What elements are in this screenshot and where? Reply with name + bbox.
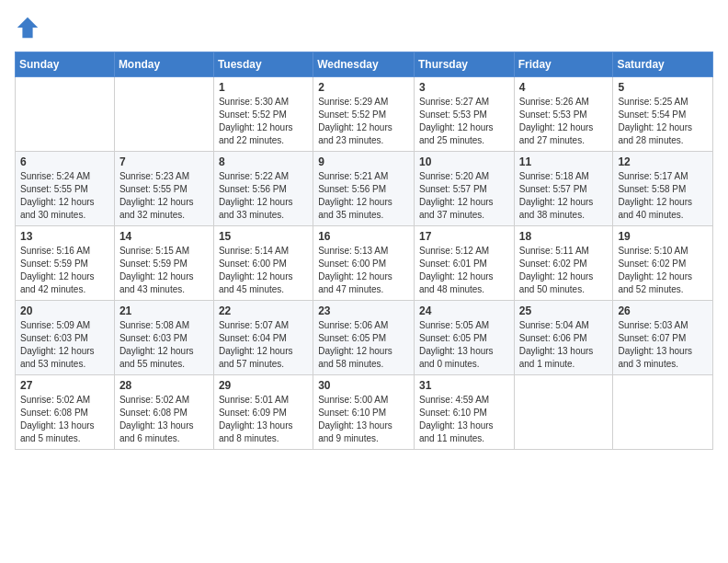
day-number: 2 [318, 81, 409, 94]
day-info: Sunrise: 5:26 AM Sunset: 5:53 PM Dayligh… [519, 96, 609, 147]
day-info: Sunrise: 5:20 AM Sunset: 5:57 PM Dayligh… [419, 170, 509, 222]
calendar-cell: 7Sunrise: 5:23 AM Sunset: 5:55 PM Daylig… [114, 152, 213, 226]
day-info: Sunrise: 5:22 AM Sunset: 5:56 PM Dayligh… [219, 170, 308, 222]
calendar-cell [114, 77, 213, 152]
calendar-cell: 20Sunrise: 5:09 AM Sunset: 6:03 PM Dayli… [16, 301, 115, 375]
calendar-cell [16, 77, 115, 152]
calendar: SundayMondayTuesdayWednesdayThursdayFrid… [15, 52, 713, 450]
day-number: 1 [219, 81, 308, 94]
calendar-cell: 6Sunrise: 5:24 AM Sunset: 5:55 PM Daylig… [16, 152, 115, 226]
day-number: 10 [419, 155, 509, 168]
day-info: Sunrise: 5:09 AM Sunset: 6:03 PM Dayligh… [20, 319, 109, 371]
day-number: 26 [618, 304, 708, 317]
calendar-cell: 28Sunrise: 5:02 AM Sunset: 6:08 PM Dayli… [114, 375, 213, 450]
day-number: 16 [318, 230, 409, 243]
calendar-cell: 16Sunrise: 5:13 AM Sunset: 6:00 PM Dayli… [313, 226, 415, 301]
day-number: 8 [219, 155, 308, 168]
day-info: Sunrise: 4:59 AM Sunset: 6:10 PM Dayligh… [419, 394, 509, 445]
calendar-cell: 12Sunrise: 5:17 AM Sunset: 5:58 PM Dayli… [613, 152, 713, 226]
calendar-cell: 21Sunrise: 5:08 AM Sunset: 6:03 PM Dayli… [114, 301, 213, 375]
day-info: Sunrise: 5:02 AM Sunset: 6:08 PM Dayligh… [20, 394, 109, 445]
calendar-cell: 3Sunrise: 5:27 AM Sunset: 5:53 PM Daylig… [414, 77, 514, 152]
calendar-cell: 23Sunrise: 5:06 AM Sunset: 6:05 PM Dayli… [313, 301, 415, 375]
day-info: Sunrise: 5:13 AM Sunset: 6:00 PM Dayligh… [318, 245, 409, 296]
page-header [15, 15, 713, 40]
calendar-cell: 10Sunrise: 5:20 AM Sunset: 5:57 PM Dayli… [414, 152, 514, 226]
day-number: 6 [20, 155, 109, 168]
day-info: Sunrise: 5:18 AM Sunset: 5:57 PM Dayligh… [519, 170, 609, 222]
logo [15, 15, 44, 40]
day-info: Sunrise: 5:21 AM Sunset: 5:56 PM Dayligh… [318, 170, 409, 222]
day-number: 25 [519, 304, 609, 317]
day-number: 7 [119, 155, 209, 168]
day-number: 20 [20, 304, 109, 317]
calendar-week-row: 20Sunrise: 5:09 AM Sunset: 6:03 PM Dayli… [16, 301, 713, 375]
calendar-cell: 8Sunrise: 5:22 AM Sunset: 5:56 PM Daylig… [213, 152, 313, 226]
header-thursday: Thursday [414, 52, 514, 77]
day-number: 3 [419, 81, 509, 94]
calendar-cell: 19Sunrise: 5:10 AM Sunset: 6:02 PM Dayli… [613, 226, 713, 301]
day-info: Sunrise: 5:07 AM Sunset: 6:04 PM Dayligh… [219, 319, 308, 371]
header-monday: Monday [114, 52, 213, 77]
day-number: 12 [618, 155, 708, 168]
calendar-week-row: 13Sunrise: 5:16 AM Sunset: 5:59 PM Dayli… [16, 226, 713, 301]
day-info: Sunrise: 5:02 AM Sunset: 6:08 PM Dayligh… [119, 394, 209, 445]
day-info: Sunrise: 5:23 AM Sunset: 5:55 PM Dayligh… [119, 170, 209, 222]
calendar-cell: 27Sunrise: 5:02 AM Sunset: 6:08 PM Dayli… [16, 375, 115, 450]
day-info: Sunrise: 5:15 AM Sunset: 5:59 PM Dayligh… [119, 245, 209, 296]
day-number: 27 [20, 379, 109, 392]
header-friday: Friday [514, 52, 613, 77]
day-number: 29 [219, 379, 308, 392]
day-number: 19 [618, 230, 708, 243]
calendar-cell: 25Sunrise: 5:04 AM Sunset: 6:06 PM Dayli… [514, 301, 613, 375]
day-number: 11 [519, 155, 609, 168]
calendar-header-row: SundayMondayTuesdayWednesdayThursdayFrid… [16, 52, 713, 77]
calendar-cell: 5Sunrise: 5:25 AM Sunset: 5:54 PM Daylig… [613, 77, 713, 152]
header-wednesday: Wednesday [313, 52, 415, 77]
header-tuesday: Tuesday [213, 52, 313, 77]
day-number: 9 [318, 155, 409, 168]
day-number: 23 [318, 304, 409, 317]
calendar-cell: 22Sunrise: 5:07 AM Sunset: 6:04 PM Dayli… [213, 301, 313, 375]
calendar-cell: 15Sunrise: 5:14 AM Sunset: 6:00 PM Dayli… [213, 226, 313, 301]
calendar-cell: 26Sunrise: 5:03 AM Sunset: 6:07 PM Dayli… [613, 301, 713, 375]
calendar-cell: 29Sunrise: 5:01 AM Sunset: 6:09 PM Dayli… [213, 375, 313, 450]
day-number: 13 [20, 230, 109, 243]
day-info: Sunrise: 5:00 AM Sunset: 6:10 PM Dayligh… [318, 394, 409, 445]
day-info: Sunrise: 5:08 AM Sunset: 6:03 PM Dayligh… [119, 319, 209, 371]
calendar-cell: 2Sunrise: 5:29 AM Sunset: 5:52 PM Daylig… [313, 77, 415, 152]
day-info: Sunrise: 5:27 AM Sunset: 5:53 PM Dayligh… [419, 96, 509, 147]
calendar-cell: 24Sunrise: 5:05 AM Sunset: 6:05 PM Dayli… [414, 301, 514, 375]
calendar-cell: 13Sunrise: 5:16 AM Sunset: 5:59 PM Dayli… [16, 226, 115, 301]
day-number: 15 [219, 230, 308, 243]
calendar-cell [514, 375, 613, 450]
calendar-week-row: 6Sunrise: 5:24 AM Sunset: 5:55 PM Daylig… [16, 152, 713, 226]
day-info: Sunrise: 5:10 AM Sunset: 6:02 PM Dayligh… [618, 245, 708, 296]
calendar-cell [613, 375, 713, 450]
day-info: Sunrise: 5:11 AM Sunset: 6:02 PM Dayligh… [519, 245, 609, 296]
day-info: Sunrise: 5:04 AM Sunset: 6:06 PM Dayligh… [519, 319, 609, 371]
day-number: 14 [119, 230, 209, 243]
calendar-cell: 1Sunrise: 5:30 AM Sunset: 5:52 PM Daylig… [213, 77, 313, 152]
day-info: Sunrise: 5:01 AM Sunset: 6:09 PM Dayligh… [219, 394, 308, 445]
day-info: Sunrise: 5:06 AM Sunset: 6:05 PM Dayligh… [318, 319, 409, 371]
calendar-week-row: 27Sunrise: 5:02 AM Sunset: 6:08 PM Dayli… [16, 375, 713, 450]
day-info: Sunrise: 5:24 AM Sunset: 5:55 PM Dayligh… [20, 170, 109, 222]
calendar-cell: 31Sunrise: 4:59 AM Sunset: 6:10 PM Dayli… [414, 375, 514, 450]
calendar-cell: 30Sunrise: 5:00 AM Sunset: 6:10 PM Dayli… [313, 375, 415, 450]
calendar-cell: 17Sunrise: 5:12 AM Sunset: 6:01 PM Dayli… [414, 226, 514, 301]
day-number: 22 [219, 304, 308, 317]
day-number: 31 [419, 379, 509, 392]
day-number: 24 [419, 304, 509, 317]
calendar-cell: 14Sunrise: 5:15 AM Sunset: 5:59 PM Dayli… [114, 226, 213, 301]
calendar-cell: 18Sunrise: 5:11 AM Sunset: 6:02 PM Dayli… [514, 226, 613, 301]
day-number: 21 [119, 304, 209, 317]
day-info: Sunrise: 5:30 AM Sunset: 5:52 PM Dayligh… [219, 96, 308, 147]
day-info: Sunrise: 5:14 AM Sunset: 6:00 PM Dayligh… [219, 245, 308, 296]
calendar-cell: 9Sunrise: 5:21 AM Sunset: 5:56 PM Daylig… [313, 152, 415, 226]
day-number: 18 [519, 230, 609, 243]
day-number: 17 [419, 230, 509, 243]
calendar-cell: 11Sunrise: 5:18 AM Sunset: 5:57 PM Dayli… [514, 152, 613, 226]
day-number: 4 [519, 81, 609, 94]
day-info: Sunrise: 5:16 AM Sunset: 5:59 PM Dayligh… [20, 245, 109, 296]
